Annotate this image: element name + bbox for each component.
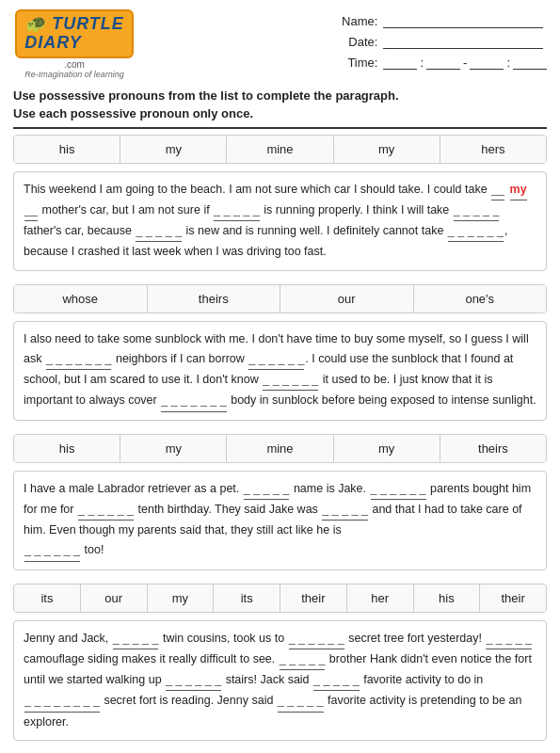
- name-line: [383, 13, 543, 28]
- blank: _ _ _ _ _: [244, 479, 290, 500]
- word-1-4: my: [334, 136, 440, 163]
- word-1-1: his: [14, 136, 120, 163]
- word-4-4: its: [214, 585, 280, 612]
- instruction-line2: Use each possessive pronoun only once.: [13, 104, 547, 123]
- time-label: Time:: [332, 56, 377, 70]
- page-header: 🐢 TURTLEDIARY .com Re-Imagination of lea…: [13, 9, 547, 79]
- date-field: Date:: [332, 34, 547, 49]
- blank: _ _ _ _ _ _: [78, 500, 134, 521]
- paragraph-3: I have a male Labrador retriever as a pe…: [13, 471, 547, 570]
- section4: its our my its their her his their Jenny…: [13, 584, 547, 741]
- filled-my: my: [510, 180, 527, 200]
- word-3-5: theirs: [440, 435, 546, 462]
- blank: _ _ _ _ _: [313, 670, 360, 691]
- date-label: Date:: [332, 35, 377, 49]
- blank: _ _ _ _ _ _ _ _: [24, 691, 100, 712]
- logo: 🐢 TURTLEDIARY: [15, 9, 134, 58]
- logo-tagline: Re-Imagination of learning: [24, 70, 124, 79]
- form-fields: Name: Date: Time: : - :: [332, 9, 547, 70]
- word-3-3: mine: [227, 435, 333, 462]
- blank: _ _ _ _ _: [322, 500, 368, 521]
- time-segments: : - :: [383, 55, 547, 70]
- logo-area: 🐢 TURTLEDIARY .com Re-Imagination of lea…: [13, 9, 136, 79]
- word-4-6: her: [347, 585, 414, 612]
- word-bank-2: whose theirs our one's: [13, 284, 547, 313]
- word-4-3: my: [148, 585, 215, 612]
- word-bank-1: his my mine my hers: [13, 135, 547, 164]
- blank: _ _ _ _ _ _: [248, 349, 304, 370]
- word-3-2: my: [120, 435, 227, 462]
- word-4-1: its: [14, 585, 81, 612]
- blank: _ _ _ _ _: [113, 629, 159, 649]
- word-4-5: their: [280, 585, 347, 612]
- word-2-4: one's: [414, 285, 547, 312]
- logo-com: .com: [64, 59, 85, 70]
- word-3-1: his: [14, 435, 120, 462]
- blank: _ _ _ _ _: [454, 200, 500, 221]
- word-4-7: his: [414, 585, 481, 612]
- paragraph-2: I also need to take some sunblock with m…: [13, 321, 547, 421]
- section3: his my mine my theirs I have a male Labr…: [13, 434, 547, 570]
- blank: _ _ _ _ _ _ _: [46, 349, 112, 370]
- time-seg2: [426, 55, 460, 70]
- word-2-1: whose: [14, 285, 148, 312]
- time-field: Time: : - :: [332, 55, 547, 70]
- blank: _ _ _ _ _ _: [448, 221, 504, 242]
- blank: _ _ _ _ _: [278, 691, 324, 712]
- section1: his my mine my hers This weekend I am go…: [13, 135, 547, 271]
- blank: _ _ _ _ _: [136, 221, 182, 242]
- word-2-3: our: [280, 285, 414, 312]
- word-4-8: their: [480, 585, 546, 612]
- blank: _ _ _ _ _: [486, 629, 532, 649]
- blank: _ _ _ _ _ _: [289, 629, 344, 649]
- blank: _ _ _ _ _ _: [263, 370, 318, 391]
- word-bank-3: his my mine my theirs: [13, 434, 547, 463]
- word-1-2: my: [120, 136, 227, 163]
- blank: _ _ _ _ _ _: [24, 540, 80, 561]
- time-seg1: [383, 55, 417, 70]
- blank: _ _ _ _ _ _: [371, 479, 426, 500]
- time-seg3: [470, 55, 504, 70]
- word-1-5: hers: [440, 136, 546, 163]
- blank: __: [491, 180, 504, 200]
- word-4-2: our: [81, 585, 148, 612]
- paragraph-1: This weekend I am going to the beach. I …: [13, 171, 547, 271]
- instruction-line1: Use possessive pronouns from the list to…: [13, 87, 547, 105]
- date-line: [383, 34, 543, 49]
- section2: whose theirs our one's I also need to ta…: [13, 284, 547, 421]
- blank: _ _ _ _ _ _: [166, 670, 221, 691]
- word-bank-4: its our my its their her his their: [13, 584, 547, 613]
- word-1-3: mine: [227, 136, 333, 163]
- word-3-4: my: [334, 435, 440, 462]
- name-label: Name:: [332, 14, 377, 28]
- blank: _ _ _ _ _ _ _: [161, 391, 227, 411]
- instructions: Use possessive pronouns from the list to…: [13, 87, 547, 129]
- name-field: Name:: [332, 13, 547, 28]
- blank: _ _ _ _ _: [280, 649, 326, 670]
- paragraph-4: Jenny and Jack, _ _ _ _ _ twin cousins, …: [13, 620, 547, 741]
- word-2-2: theirs: [148, 285, 281, 312]
- blank: __: [24, 200, 38, 221]
- time-seg4: [513, 55, 547, 70]
- blank: _ _ _ _ _: [214, 200, 260, 221]
